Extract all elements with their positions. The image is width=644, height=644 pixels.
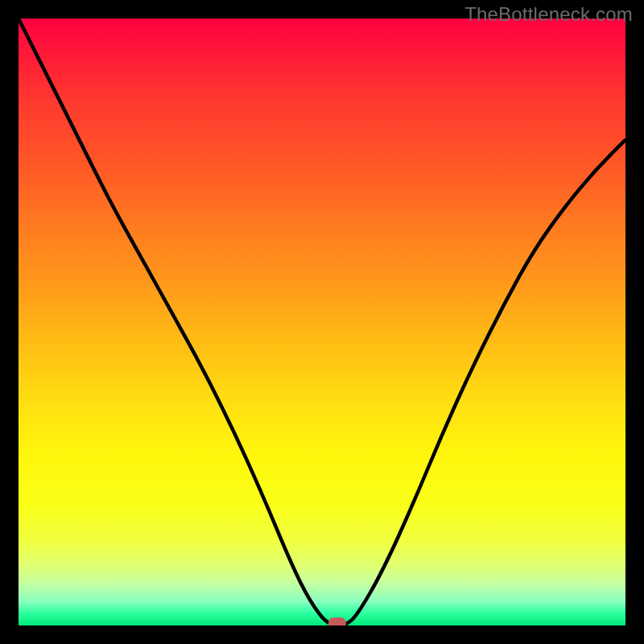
optimal-marker: [328, 617, 346, 625]
chart-svg: [19, 19, 625, 625]
chart-frame: TheBottleneck.com: [0, 0, 644, 644]
watermark-label: TheBottleneck.com: [464, 3, 633, 26]
bottleneck-curve: [19, 19, 625, 625]
